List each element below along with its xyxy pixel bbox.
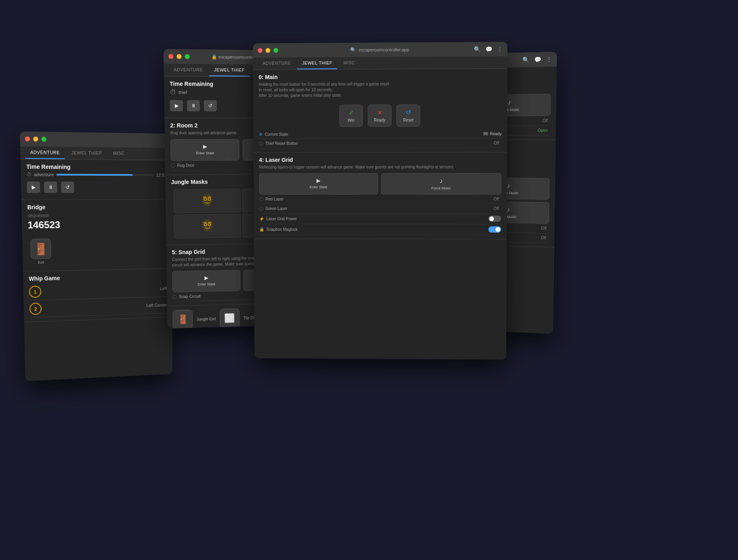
current-state-inner: ⚙ Current State xyxy=(259,132,288,136)
gl-dot xyxy=(259,206,263,210)
laser-enter-label: Enter State xyxy=(310,185,327,189)
snapbox-row: 🔒 Snapbox Maglock xyxy=(259,224,501,235)
mask-3[interactable] xyxy=(174,214,241,238)
titlebar-3: 🔍 escaperoomcontroller.app 🔍 💬 ⋮ xyxy=(253,42,508,58)
whip-label-2: Left Center xyxy=(146,303,167,308)
snapbox-toggle[interactable] xyxy=(488,226,501,233)
whip-label-1: Left xyxy=(160,286,167,291)
sequence-value: 146523 xyxy=(28,217,167,232)
refresh-btn-2[interactable]: ↺ xyxy=(204,100,217,112)
gl-val: Off xyxy=(491,206,501,211)
laser-music-label: Force Music xyxy=(431,186,451,190)
tab-misc-1[interactable]: MISC xyxy=(108,148,130,160)
more-icon-4[interactable]: ⋮ xyxy=(546,56,552,63)
tab-adventure-1[interactable]: ADVENTURE xyxy=(25,146,65,159)
whip-item-2: 2 Left Center xyxy=(29,297,167,318)
ready-icon: ✕ xyxy=(377,109,382,116)
gl-inner: Green Laser xyxy=(259,206,287,211)
tl-red-2[interactable] xyxy=(168,54,174,59)
jungle-exit-icon: 🚪 xyxy=(177,314,188,325)
tab-adventure-2[interactable]: ADVENTURE xyxy=(168,64,208,76)
laser-enter-state[interactable]: ▶ Enter State xyxy=(259,173,378,195)
lp-label: Laser Grid Power xyxy=(266,216,297,221)
lp-inner: ⚡ Laser Grid Power xyxy=(259,216,297,221)
tab-jewel-2[interactable]: JEWEL THIEF xyxy=(209,64,250,76)
tl-green-2[interactable] xyxy=(185,54,189,59)
tabs-3: ADVENTURE JEWEL THIEF MISC xyxy=(253,56,507,70)
rb1-val: Off xyxy=(539,226,549,231)
reset-label: Reset xyxy=(403,118,413,122)
snap-enter-state[interactable]: ▶ Enter State xyxy=(172,270,240,292)
enter-state-label-r2: Enter State xyxy=(196,151,214,155)
laser-grid-desc: Reflecting lasers to trigger sensors wil… xyxy=(259,164,501,170)
refresh-btn-1[interactable]: ↺ xyxy=(61,182,74,193)
comment-icon[interactable]: 💬 xyxy=(485,46,492,52)
mask-icon-1 xyxy=(200,194,215,208)
search-icon-right[interactable]: 🔍 xyxy=(474,46,481,52)
win-btn[interactable]: ✓ Win xyxy=(339,104,363,127)
pause-btn-2[interactable]: ⏸ xyxy=(187,100,200,112)
gear-icon-state: ⚙ xyxy=(259,132,263,136)
whip-section: Whip Game 1 Left 2 Left Center xyxy=(23,269,172,322)
window-main: 🔍 escaperoomcontroller.app 🔍 💬 ⋮ ADVENTU… xyxy=(253,42,508,360)
hvac-val: Open xyxy=(535,128,550,133)
tl-red-1[interactable] xyxy=(25,136,30,142)
tab-jewel-3[interactable]: JEWEL THIEF xyxy=(297,57,337,70)
exit-btn[interactable]: 🚪 Exit xyxy=(28,236,54,267)
main-desc: Holding the reset button for 3 seconds a… xyxy=(259,81,502,98)
tab-jewel-1[interactable]: JEWEL THIEF xyxy=(66,147,107,159)
ready-btn[interactable]: ✕ Ready xyxy=(368,104,392,127)
reset-btn[interactable]: ↺ Reset xyxy=(396,104,420,127)
tl-yellow-1[interactable] xyxy=(33,136,38,142)
play-btn-1[interactable]: ▶ xyxy=(27,182,40,193)
time-progress-1 xyxy=(57,174,154,176)
win-label: Win xyxy=(348,118,354,123)
clock-icon-2: ⏱ xyxy=(170,89,176,96)
rug-door-inner: Rug Door xyxy=(171,163,195,167)
comment-icon-4[interactable]: 💬 xyxy=(534,56,541,63)
red-laser-row: Red Laser Off xyxy=(259,195,501,204)
gear-icon-lp: ⚡ xyxy=(259,216,264,221)
snap-enter-label: Enter State xyxy=(198,282,216,286)
tile-drop-icon: ⬜ xyxy=(224,313,235,324)
tl-yellow-2[interactable] xyxy=(177,54,182,59)
titlebar-1 xyxy=(20,131,172,148)
pause-btn-1[interactable]: ⏸ xyxy=(44,182,57,193)
play-btn-2[interactable]: ▶ xyxy=(170,100,183,112)
tl-green-1[interactable] xyxy=(42,137,47,142)
green-laser-row: Green Laser Off xyxy=(259,204,501,214)
laser-force-music[interactable]: ♪ Force Music xyxy=(381,173,501,195)
exit-label: Exit xyxy=(38,261,44,265)
snap-dot xyxy=(172,295,176,299)
tl-green-3[interactable] xyxy=(273,48,278,53)
main-title: 0: Main xyxy=(259,73,502,80)
clock-icon-1: ⏱ xyxy=(26,172,32,178)
window-adventure: ADVENTURE JEWEL THIEF MISC Time Remainin… xyxy=(20,131,172,381)
current-state-row: ⚙ Current State 98: Ready xyxy=(259,130,502,139)
exit-icon: 🚪 xyxy=(34,242,48,255)
rb2-val: Off xyxy=(539,235,549,241)
laser-power-row: ⚡ Laser Grid Power xyxy=(259,214,501,224)
title-center-3: 🔍 escaperoomcontroller.app xyxy=(350,47,409,53)
tl-red-3[interactable] xyxy=(258,48,263,53)
room2-enter-state[interactable]: ▶ Enter State xyxy=(170,139,240,161)
search-icon-4[interactable]: 🔍 xyxy=(522,57,530,63)
tab-adventure-3[interactable]: ADVENTURE xyxy=(258,57,296,70)
rug-label: Rug Door xyxy=(177,163,195,167)
tl-yellow-3[interactable] xyxy=(266,48,271,53)
sb-r1-val: Off xyxy=(540,118,550,123)
laser-power-toggle[interactable] xyxy=(488,216,501,222)
jungle-exit-icon-box[interactable]: 🚪 xyxy=(173,310,193,329)
time-fill-1 xyxy=(57,174,133,176)
music-icon-laser: ♪ xyxy=(439,178,443,185)
more-icon[interactable]: ⋮ xyxy=(497,46,503,52)
rl-val: Off xyxy=(491,197,501,202)
ready-label: Ready xyxy=(374,118,385,122)
tile-drop-icon-box[interactable]: ⬜ xyxy=(220,308,240,328)
tab-misc-3[interactable]: MISC xyxy=(339,57,360,69)
time-remaining-title-1: Time Remaining xyxy=(26,163,167,171)
mask-1[interactable] xyxy=(174,189,241,213)
game-2: thief xyxy=(179,90,187,95)
thief-reset-val: Off xyxy=(491,140,501,146)
rl-inner: Red Laser xyxy=(259,197,284,201)
